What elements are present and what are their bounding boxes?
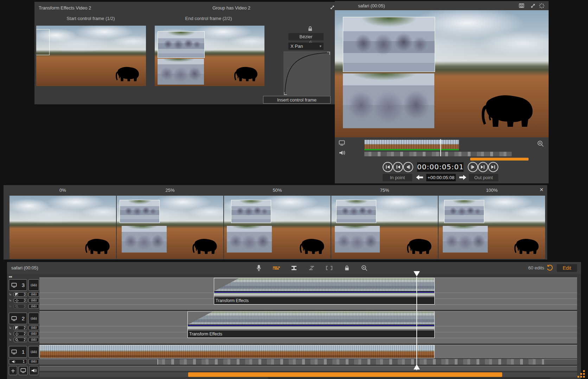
effects-group-title: Group has Video 2 [140, 5, 323, 11]
in-point-button[interactable]: In point [383, 174, 412, 181]
video-editor-app: Transform Effects Video 2 Group has Vide… [0, 0, 588, 379]
subtrack-opacity-v2[interactable]: 2 [14, 326, 27, 330]
percent-label-100: 100% [439, 188, 545, 193]
collapse-track-headers-icon[interactable]: ◀◀ [8, 275, 12, 278]
track-monitor-v1[interactable]: (ōō) [28, 346, 39, 358]
monitor-filmstrip-scrubber[interactable] [364, 140, 459, 149]
snapshot-icon[interactable] [518, 2, 525, 9]
timeline-scrollbar-thumb[interactable] [188, 372, 502, 377]
refresh-burst-icon[interactable] [538, 2, 545, 9]
monitor-audio-waveform[interactable] [364, 152, 512, 156]
transport-controls: 00:00:05:01 [335, 161, 549, 174]
clip-v1[interactable] [39, 345, 435, 358]
add-audio-track-button[interactable] [29, 366, 38, 375]
track-header-v2[interactable]: 2 [9, 313, 27, 324]
subtrack-position-v3[interactable]: 3 [14, 298, 27, 303]
clip-v2-effect-label: Transform Effects [188, 331, 434, 338]
subtrack-keyframes-v3[interactable]: 3 [14, 304, 27, 309]
trim-tool-icon[interactable] [290, 264, 298, 272]
subtrack-monitor-icon[interactable]: (ōō) [28, 338, 39, 342]
close-strip-icon[interactable]: ✕ [539, 187, 544, 192]
subtrack-opacity-v3[interactable]: 3 [14, 292, 27, 297]
voiceover-mic-icon[interactable] [255, 264, 263, 272]
monitor-zoom-scrollbar[interactable] [470, 158, 529, 161]
end-control-frame-label: End control frame (2/2) [165, 16, 253, 21]
bottom-mini-scrollbar[interactable] [268, 377, 550, 379]
transform-bounding-box[interactable] [36, 29, 50, 55]
clip-v3[interactable]: Transform Effects [214, 278, 435, 305]
preview-thumb-25 [117, 196, 223, 259]
pip-overlay-bottom [158, 59, 204, 85]
roll-tool-icon[interactable] [308, 264, 315, 272]
clip-v3-thumbnails [214, 278, 434, 291]
go-to-start-button[interactable] [383, 162, 393, 172]
video-track-icon[interactable] [339, 140, 345, 146]
step-forward-button[interactable] [468, 162, 478, 172]
go-to-end-button[interactable] [488, 162, 498, 172]
percent-label-0: 0% [9, 188, 116, 193]
edit-mode-button[interactable]: Edit [557, 264, 577, 272]
track-monitor-v2[interactable]: (ōō) [28, 313, 39, 324]
subtrack-position-v2[interactable]: 2 [14, 332, 27, 336]
lock-aspect-icon[interactable] [307, 26, 315, 33]
start-frame-preview[interactable] [36, 26, 146, 86]
subtrack-monitor-icon[interactable]: (ōō) [28, 304, 39, 309]
clip-v2-thumbnails [188, 312, 434, 325]
transform-effects-window: Transform Effects Video 2 Group has Vide… [34, 2, 347, 104]
audio-track-icon[interactable] [339, 150, 345, 156]
monitor-scrub-area [335, 137, 549, 161]
jump-back-arrow-icon[interactable] [415, 174, 424, 181]
subtrack-monitor-icon[interactable]: (ōō) [28, 298, 39, 303]
add-track-button[interactable]: + [9, 366, 17, 375]
previous-cut-button[interactable] [393, 162, 403, 172]
percent-label-50: 50% [224, 188, 331, 193]
playhead-line[interactable] [416, 277, 417, 370]
clip-duration-bar [364, 149, 459, 150]
parameter-value: X Pan [290, 44, 303, 49]
lock-tool-icon[interactable] [343, 264, 351, 272]
pip-overlay-top [343, 17, 435, 72]
next-cut-button[interactable] [478, 162, 488, 172]
zoom-in-icon[interactable] [537, 140, 544, 147]
playhead-marker-top[interactable] [414, 271, 420, 276]
fade-in-wedge [214, 278, 239, 291]
track-header-v1[interactable]: 1 [9, 346, 27, 358]
chevron-down-icon: ▾ [319, 44, 321, 48]
add-video-track-button[interactable] [19, 366, 28, 375]
preview-thumb-100 [439, 196, 545, 259]
end-frame-preview[interactable] [155, 26, 264, 86]
subtrack-keyframes-v2[interactable]: 2 [14, 338, 27, 342]
preview-thumb-0 [9, 196, 116, 259]
insert-control-frame-tooltip: Insert control frame [263, 96, 331, 104]
out-point-button[interactable]: Out point [469, 174, 498, 181]
track-header-v3[interactable]: 3 [9, 279, 27, 291]
effects-window-title: Transform Effects Video 2 [39, 5, 91, 11]
monitor-playhead[interactable] [440, 139, 441, 156]
subtrack-monitor-icon[interactable]: (ōō) [28, 292, 39, 297]
bezier-button[interactable]: Bézier [288, 33, 324, 40]
offset-timecode-display[interactable]: +00:00:05:08 [426, 174, 456, 181]
audio-clip-waveform[interactable] [158, 359, 544, 365]
playhead-marker-bottom[interactable] [414, 364, 420, 370]
parameter-dropdown[interactable]: X Pan ▾ [288, 43, 324, 50]
monitor-title: safari (00:05) [358, 3, 385, 8]
subtrack-monitor-icon[interactable]: (ōō) [28, 326, 39, 330]
resize-grip-icon[interactable] [577, 370, 586, 379]
timecode-display[interactable]: 00:00:05:01 [417, 162, 464, 172]
subtrack-monitor-icon[interactable]: (ōō) [28, 332, 39, 336]
zoom-tool-icon[interactable] [360, 264, 368, 272]
clip-v1-thumbnails [40, 345, 434, 358]
step-back-button[interactable] [403, 162, 413, 172]
clip-v2[interactable]: Transform Effects [187, 311, 435, 338]
bezier-curve-editor[interactable] [283, 51, 331, 96]
track-monitor-v3[interactable]: (ōō) [28, 279, 39, 291]
timeline-title: safari (00:05) [11, 265, 38, 270]
timeline-tracks-tool-icon[interactable] [273, 264, 280, 272]
undo-history-icon[interactable] [547, 264, 553, 271]
track-lane-empty [39, 366, 577, 371]
fullscreen-icon[interactable] [530, 2, 536, 9]
track-header-a1[interactable]: 1 [9, 359, 27, 364]
slip-tool-icon[interactable] [325, 264, 333, 272]
jump-forward-arrow-icon[interactable] [459, 174, 467, 181]
track-monitor-a1[interactable]: (ōō) [28, 359, 39, 364]
